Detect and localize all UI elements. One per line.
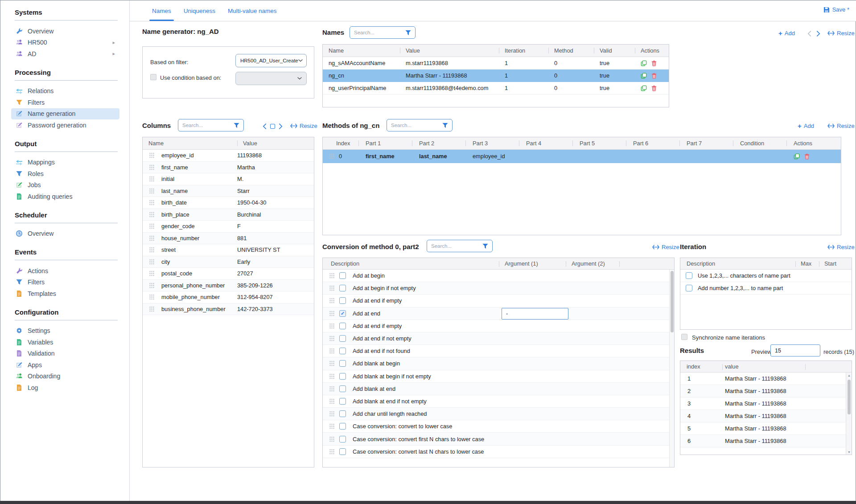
- delete-icon[interactable]: [651, 85, 657, 91]
- conversion-row[interactable]: Add blank at begin: [323, 357, 674, 370]
- conversion-checkbox[interactable]: [339, 310, 346, 317]
- drag-handle-icon[interactable]: [149, 199, 154, 206]
- drag-handle-icon[interactable]: [149, 164, 154, 171]
- column-row[interactable]: street UNIVERSITY ST: [143, 244, 314, 256]
- column-row[interactable]: postal_code 27027: [143, 268, 314, 280]
- drag-handle-icon[interactable]: [329, 410, 334, 417]
- column-row[interactable]: birth_date 1950-04-30: [143, 197, 314, 209]
- result-row[interactable]: 5 Martha Starr - 11193868: [680, 422, 852, 435]
- sidebar-item-hr500[interactable]: HR500 ▸: [11, 37, 119, 49]
- delete-icon[interactable]: [804, 153, 810, 160]
- method-row[interactable]: 0 first_namelast_nameemployee_id: [323, 150, 841, 163]
- conversion-row[interactable]: Case conversion: convert to lower case: [323, 420, 674, 433]
- column-row[interactable]: initial M.: [143, 173, 314, 185]
- conversion-checkbox[interactable]: [339, 385, 346, 392]
- drag-handle-icon[interactable]: [149, 282, 154, 289]
- sidebar-item-jobs[interactable]: Jobs: [11, 180, 119, 191]
- sidebar-item-templates[interactable]: Templates: [11, 288, 119, 299]
- drag-handle-icon[interactable]: [329, 436, 334, 443]
- column-row[interactable]: house_number 881: [143, 233, 314, 245]
- column-row[interactable]: city Early: [143, 256, 314, 268]
- drag-handle-icon[interactable]: [149, 294, 154, 300]
- result-row[interactable]: 4 Martha Starr - 11193868: [680, 410, 852, 422]
- iteration-row[interactable]: Use 1,2,3,... characters of name part: [680, 270, 852, 282]
- sidebar-item-filters[interactable]: Filters: [11, 277, 119, 288]
- conversion-scrollbar[interactable]: [669, 270, 674, 467]
- tab-uniqueness[interactable]: Uniqueness: [184, 0, 215, 21]
- sidebar-item-log[interactable]: Log: [11, 382, 119, 393]
- sidebar-item-onboarding[interactable]: Onboarding: [11, 371, 119, 382]
- conversion-checkbox[interactable]: [339, 436, 346, 443]
- conversion-row[interactable]: Add char until length reached: [323, 408, 674, 420]
- drag-handle-icon[interactable]: [329, 272, 334, 279]
- iteration-resize-button[interactable]: Resize: [827, 244, 855, 250]
- iteration-row[interactable]: Add number 1,2,3,... to name part: [680, 282, 852, 295]
- condition-select[interactable]: [235, 72, 307, 85]
- scroll-up-icon[interactable]: ▲: [846, 373, 852, 378]
- page-next-icon[interactable]: [816, 31, 820, 37]
- result-row[interactable]: 1 Martha Starr - 11193868: [680, 373, 852, 385]
- conversion-row[interactable]: Add at begin if not empty: [323, 282, 674, 295]
- conversion-checkbox[interactable]: [339, 360, 346, 367]
- conversion-checkbox[interactable]: [339, 448, 346, 455]
- tab-names[interactable]: Names: [152, 0, 171, 21]
- sidebar-item-variables[interactable]: Variables: [11, 336, 119, 348]
- copy-icon[interactable]: [641, 60, 647, 66]
- sidebar-item-overview[interactable]: Overview: [11, 25, 119, 37]
- preview-count-input[interactable]: [770, 344, 820, 356]
- drag-handle-icon[interactable]: [329, 385, 334, 392]
- page-prev-icon[interactable]: [807, 31, 811, 37]
- page-indicator-icon[interactable]: [270, 124, 275, 129]
- column-row[interactable]: employee_id 11193868: [143, 150, 314, 162]
- drag-handle-icon[interactable]: [149, 235, 154, 242]
- sidebar-item-settings[interactable]: Settings: [11, 325, 119, 337]
- sidebar-item-relations[interactable]: Relations: [11, 86, 119, 97]
- column-row[interactable]: business_phone_number 142-720-3373: [143, 303, 314, 316]
- methods-search-input[interactable]: Search...: [387, 119, 453, 131]
- sidebar-item-auditing-queries[interactable]: Auditing queries: [11, 191, 119, 202]
- sidebar-item-overview[interactable]: Overview: [11, 228, 119, 240]
- conversion-resize-button[interactable]: Resize: [652, 244, 679, 250]
- sidebar-item-mappings[interactable]: Mappings: [11, 157, 119, 168]
- drag-handle-icon[interactable]: [149, 176, 154, 182]
- drag-handle-icon[interactable]: [329, 373, 334, 380]
- page-prev-icon[interactable]: [263, 123, 267, 129]
- copy-icon[interactable]: [794, 153, 800, 160]
- results-scrollbar[interactable]: ▲▼: [846, 373, 852, 455]
- conversion-search-input[interactable]: Search...: [427, 240, 493, 252]
- names-row[interactable]: ng_cn Martha Starr - 11193868 1 0 true: [323, 70, 669, 82]
- conversion-checkbox[interactable]: [339, 423, 346, 430]
- column-row[interactable]: gender_code F: [143, 221, 314, 233]
- save-button[interactable]: Save *: [823, 6, 849, 13]
- names-row[interactable]: ng_sAMAccountName m.starr11193868 1 0 tr…: [323, 57, 669, 70]
- sidebar-item-apps[interactable]: Apps: [11, 359, 119, 371]
- drag-handle-icon[interactable]: [149, 152, 154, 159]
- drag-handle-icon[interactable]: [149, 246, 154, 253]
- scroll-down-icon[interactable]: ▼: [846, 449, 852, 455]
- drag-handle-icon[interactable]: [329, 153, 334, 160]
- tab-multi-value-names[interactable]: Multi-value names: [228, 0, 277, 21]
- delete-icon[interactable]: [651, 60, 657, 66]
- conversion-row[interactable]: Add at end if empty: [323, 320, 674, 332]
- conversion-row[interactable]: Add at end if empty: [323, 295, 674, 307]
- drag-handle-icon[interactable]: [329, 448, 334, 455]
- column-row[interactable]: birth_place Burchinal: [143, 209, 314, 221]
- conversion-checkbox[interactable]: [339, 285, 346, 291]
- names-search-input[interactable]: Search...: [350, 26, 416, 39]
- methods-resize-button[interactable]: Resize: [827, 123, 855, 129]
- copy-icon[interactable]: [641, 85, 647, 91]
- column-row[interactable]: last_name Starr: [143, 185, 314, 197]
- iteration-checkbox[interactable]: [686, 285, 692, 291]
- conversion-checkbox[interactable]: [339, 410, 346, 417]
- drag-handle-icon[interactable]: [149, 223, 154, 229]
- columns-search-input[interactable]: Search...: [178, 119, 244, 131]
- drag-handle-icon[interactable]: [329, 310, 334, 317]
- conversion-checkbox[interactable]: [339, 272, 346, 279]
- conversion-checkbox[interactable]: [339, 323, 346, 329]
- delete-icon[interactable]: [651, 73, 657, 79]
- column-row[interactable]: mobile_phone_number 312-954-8207: [143, 291, 314, 303]
- names-row[interactable]: ng_userPrincipalName m.starr11193868@t4e…: [323, 82, 669, 94]
- drag-handle-icon[interactable]: [329, 323, 334, 329]
- conversion-row[interactable]: Add blank at begin if not empty: [323, 370, 674, 383]
- drag-handle-icon[interactable]: [329, 398, 334, 405]
